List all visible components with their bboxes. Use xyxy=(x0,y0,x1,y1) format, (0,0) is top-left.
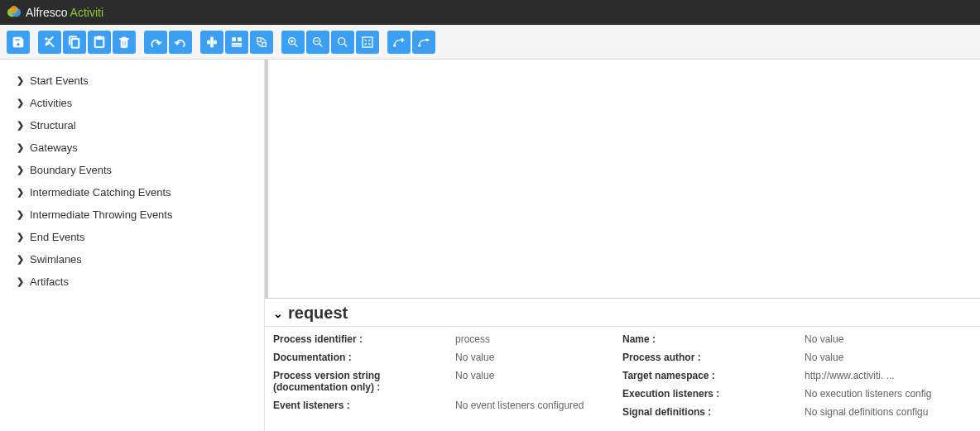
align-vertical-button[interactable] xyxy=(200,31,223,54)
palette-group-artifacts[interactable]: ❯Artifacts xyxy=(5,271,259,293)
palette-group-label: Boundary Events xyxy=(30,164,112,176)
property-row[interactable]: Event listeners :No event listeners conf… xyxy=(273,398,622,413)
property-value: No value xyxy=(455,368,622,395)
chevron-right-icon: ❯ xyxy=(17,209,24,220)
properties-title: request xyxy=(288,304,348,323)
palette-group-label: Intermediate Throwing Events xyxy=(30,208,172,221)
svg-point-2 xyxy=(11,6,18,13)
chevron-right-icon: ❯ xyxy=(17,75,24,86)
properties-panel: ⌄ request Process identifier :processDoc… xyxy=(265,298,980,431)
palette-sidebar: ❯Start Events❯Activities❯Structural❯Gate… xyxy=(0,60,265,431)
property-label: Process version string (documentation on… xyxy=(273,368,455,395)
property-label: Event listeners : xyxy=(273,398,455,413)
palette-group-label: End Events xyxy=(30,231,85,243)
chevron-right-icon: ❯ xyxy=(17,187,24,198)
chevron-right-icon: ❯ xyxy=(17,276,24,287)
palette-group-structural[interactable]: ❯Structural xyxy=(5,114,259,136)
palette-group-end-events[interactable]: ❯End Events xyxy=(5,226,259,248)
palette-group-activities[interactable]: ❯Activities xyxy=(5,92,259,114)
svg-point-14 xyxy=(393,44,396,46)
property-row[interactable]: Execution listeners :No execution listen… xyxy=(622,386,972,401)
svg-rect-5 xyxy=(214,41,217,44)
property-label: Process author : xyxy=(622,350,805,365)
properties-header[interactable]: ⌄ request xyxy=(265,299,980,326)
property-label: Execution listeners : xyxy=(622,386,805,401)
chevron-right-icon: ❯ xyxy=(17,232,24,242)
canvas[interactable] xyxy=(265,60,980,298)
palette-group-label: Artifacts xyxy=(30,275,69,288)
palette-group-label: Gateways xyxy=(30,141,78,154)
zoom-in-button[interactable] xyxy=(281,31,305,54)
align-horizontal-button[interactable] xyxy=(225,31,248,54)
property-value: process xyxy=(455,332,622,347)
chevron-right-icon: ❯ xyxy=(17,165,24,175)
svg-rect-6 xyxy=(233,37,236,41)
property-label: Process identifier : xyxy=(273,332,455,347)
svg-rect-8 xyxy=(257,37,262,41)
svg-point-12 xyxy=(339,37,345,44)
zoom-actual-button[interactable] xyxy=(331,31,354,54)
palette-group-label: Intermediate Catching Events xyxy=(30,186,171,199)
property-label: Name : xyxy=(622,332,805,347)
zoom-out-button[interactable] xyxy=(306,31,329,54)
delete-button[interactable] xyxy=(113,31,136,54)
chevron-right-icon: ❯ xyxy=(17,120,24,131)
property-row[interactable]: Process identifier :process xyxy=(273,332,622,347)
property-value: No value xyxy=(805,332,972,347)
same-size-button[interactable] xyxy=(250,31,273,54)
palette-group-intermediate-throwing-events[interactable]: ❯Intermediate Throwing Events xyxy=(5,204,259,226)
palette-group-label: Start Events xyxy=(30,74,89,87)
add-bendpoint-button[interactable] xyxy=(387,31,411,54)
chevron-right-icon: ❯ xyxy=(17,98,24,108)
property-value: http://www.activiti. ... xyxy=(805,368,972,383)
svg-rect-3 xyxy=(211,37,214,47)
property-value: No value xyxy=(455,350,622,365)
svg-rect-13 xyxy=(363,37,372,47)
undo-button[interactable] xyxy=(169,31,192,54)
main-area: ❯Start Events❯Activities❯Structural❯Gate… xyxy=(0,60,980,431)
property-value: No value xyxy=(805,350,972,365)
property-value: No event listeners configured xyxy=(455,398,622,413)
property-row[interactable]: Documentation :No value xyxy=(273,350,622,365)
property-row[interactable]: Process version string (documentation on… xyxy=(273,368,622,395)
logo-icon xyxy=(7,5,22,20)
redo-button[interactable] xyxy=(144,31,167,54)
chevron-down-icon: ⌄ xyxy=(273,307,283,320)
property-row[interactable]: Process author :No value xyxy=(622,350,972,365)
copy-button[interactable] xyxy=(63,31,86,54)
property-value: No execution listeners config xyxy=(805,386,972,401)
brand-activiti: Activiti xyxy=(70,6,103,19)
svg-point-16 xyxy=(418,44,420,46)
brand-alfresco: Alfresco xyxy=(26,6,68,19)
chevron-right-icon: ❯ xyxy=(17,142,24,153)
header-bar: Alfresco Activiti xyxy=(0,0,980,25)
cut-button[interactable] xyxy=(38,31,61,54)
palette-group-label: Activities xyxy=(30,97,72,109)
property-row[interactable]: Signal definitions :No signal definition… xyxy=(622,405,972,419)
svg-rect-4 xyxy=(208,41,210,44)
chevron-right-icon: ❯ xyxy=(17,254,24,265)
property-label: Signal definitions : xyxy=(622,405,805,419)
svg-rect-9 xyxy=(262,42,267,46)
save-button[interactable] xyxy=(7,31,30,54)
property-row[interactable]: Name :No value xyxy=(622,332,972,347)
property-row[interactable]: Target namespace :http://www.activiti. .… xyxy=(622,368,972,383)
svg-rect-7 xyxy=(238,37,241,41)
zoom-fit-button[interactable] xyxy=(356,31,379,54)
palette-group-label: Swimlanes xyxy=(30,253,82,266)
palette-group-label: Structural xyxy=(30,119,76,132)
paste-button[interactable] xyxy=(88,31,111,54)
canvas-wrap: ⌄ request Process identifier :processDoc… xyxy=(265,60,980,431)
property-label: Documentation : xyxy=(273,350,455,365)
palette-group-intermediate-catching-events[interactable]: ❯Intermediate Catching Events xyxy=(5,181,259,204)
remove-bendpoint-button[interactable] xyxy=(412,31,435,54)
toolbar xyxy=(0,25,980,60)
property-value: No signal definitions configu xyxy=(805,405,972,419)
palette-group-gateways[interactable]: ❯Gateways xyxy=(5,136,259,159)
property-label: Target namespace : xyxy=(622,368,805,383)
palette-group-start-events[interactable]: ❯Start Events xyxy=(5,69,259,92)
palette-group-swimlanes[interactable]: ❯Swimlanes xyxy=(5,248,259,271)
palette-group-boundary-events[interactable]: ❯Boundary Events xyxy=(5,159,259,181)
